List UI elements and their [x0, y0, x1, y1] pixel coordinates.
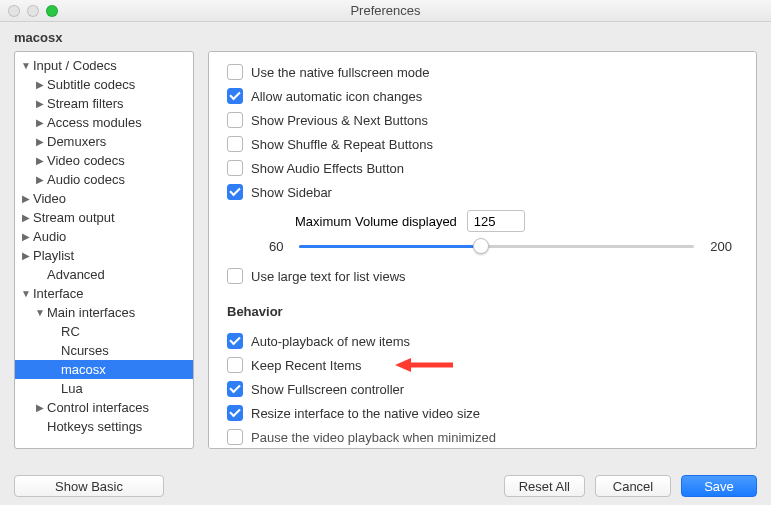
tree-item-label: Audio: [31, 229, 66, 244]
footer: Show Basic Reset All Cancel Save: [0, 467, 771, 505]
titlebar: Preferences: [0, 0, 771, 22]
chevron-right-icon: ▶: [21, 232, 31, 242]
tree-item-video[interactable]: ▶Video: [15, 189, 193, 208]
tree-item-interface[interactable]: ▼Interface: [15, 284, 193, 303]
setting-row: Pause the video playback when minimized: [227, 425, 738, 449]
tree-item-audio-codecs[interactable]: ▶Audio codecs: [15, 170, 193, 189]
volume-slider[interactable]: [299, 236, 694, 256]
tree-item-input-codecs[interactable]: ▼Input / Codecs: [15, 56, 193, 75]
setting-row: Show Fullscreen controller: [227, 377, 738, 401]
tree-item-audio[interactable]: ▶Audio: [15, 227, 193, 246]
tree-item-label: Subtitle codecs: [45, 77, 135, 92]
tree-item-rc[interactable]: RC: [15, 322, 193, 341]
setting-row: Auto-playback of new items: [227, 329, 738, 353]
tree-item-label: Audio codecs: [45, 172, 125, 187]
chevron-down-icon: ▼: [35, 308, 45, 318]
setting-label: Show Audio Effects Button: [251, 161, 404, 176]
chevron-down-icon: ▼: [21, 61, 31, 71]
setting-label: Auto-playback of new items: [251, 334, 410, 349]
tree-item-macosx[interactable]: macosx: [15, 360, 193, 379]
behavior-opt-2-checkbox[interactable]: [227, 381, 243, 397]
display-opt-1-checkbox[interactable]: [227, 88, 243, 104]
tree-item-control-interfaces[interactable]: ▶Control interfaces: [15, 398, 193, 417]
window-controls: [8, 5, 58, 17]
display-opt-4-checkbox[interactable]: [227, 160, 243, 176]
close-icon[interactable]: [8, 5, 20, 17]
chevron-right-icon: ▶: [35, 156, 45, 166]
chevron-right-icon: ▶: [35, 99, 45, 109]
tree-item-lua[interactable]: Lua: [15, 379, 193, 398]
preferences-tree[interactable]: ▼Input / Codecs▶Subtitle codecs▶Stream f…: [14, 51, 194, 449]
chevron-right-icon: ▶: [21, 194, 31, 204]
window-title: Preferences: [350, 3, 420, 18]
save-button[interactable]: Save: [681, 475, 757, 497]
tree-item-label: Stream filters: [45, 96, 124, 111]
behavior-opt-0-checkbox[interactable]: [227, 333, 243, 349]
chevron-down-icon: ▼: [21, 289, 31, 299]
tree-item-stream-output[interactable]: ▶Stream output: [15, 208, 193, 227]
reset-all-button[interactable]: Reset All: [504, 475, 585, 497]
chevron-right-icon: ▶: [35, 80, 45, 90]
chevron-right-icon: ▶: [35, 403, 45, 413]
setting-row: Allow automatic icon changes: [227, 84, 738, 108]
setting-row: Show Sidebar: [227, 180, 738, 204]
behavior-heading: Behavior: [227, 304, 738, 319]
display-opt-5-checkbox[interactable]: [227, 184, 243, 200]
minimize-icon[interactable]: [27, 5, 39, 17]
settings-panel[interactable]: Use the native fullscreen modeAllow auto…: [208, 51, 757, 449]
tree-item-advanced[interactable]: Advanced: [15, 265, 193, 284]
zoom-icon[interactable]: [46, 5, 58, 17]
breadcrumb: macosx: [0, 22, 771, 51]
tree-item-label: Demuxers: [45, 134, 106, 149]
tree-item-label: Lua: [59, 381, 83, 396]
display-opt-3-checkbox[interactable]: [227, 136, 243, 152]
setting-label: Show Fullscreen controller: [251, 382, 404, 397]
chevron-right-icon: ▶: [35, 175, 45, 185]
large-text-checkbox[interactable]: [227, 268, 243, 284]
show-basic-button[interactable]: Show Basic: [14, 475, 164, 497]
max-volume-input[interactable]: [467, 210, 525, 232]
tree-item-label: macosx: [59, 362, 106, 377]
setting-label: Use large text for list views: [251, 269, 406, 284]
setting-row: Use large text for list views: [227, 264, 738, 288]
tree-item-hotkeys-settings[interactable]: Hotkeys settings: [15, 417, 193, 436]
slider-max-label: 200: [704, 239, 738, 254]
tree-item-label: RC: [59, 324, 80, 339]
max-volume-label: Maximum Volume displayed: [295, 214, 457, 229]
volume-slider-row: 60200: [263, 236, 738, 256]
setting-label: Allow automatic icon changes: [251, 89, 422, 104]
tree-item-label: Main interfaces: [45, 305, 135, 320]
tree-item-label: Control interfaces: [45, 400, 149, 415]
chevron-right-icon: ▶: [21, 251, 31, 261]
chevron-right-icon: ▶: [35, 118, 45, 128]
setting-label: Pause the video playback when minimized: [251, 430, 496, 445]
cancel-button[interactable]: Cancel: [595, 475, 671, 497]
tree-item-label: Access modules: [45, 115, 142, 130]
behavior-opt-1-checkbox[interactable]: [227, 357, 243, 373]
tree-item-video-codecs[interactable]: ▶Video codecs: [15, 151, 193, 170]
tree-item-main-interfaces[interactable]: ▼Main interfaces: [15, 303, 193, 322]
max-volume-row: Maximum Volume displayed: [227, 210, 738, 232]
display-opt-2-checkbox[interactable]: [227, 112, 243, 128]
tree-item-ncurses[interactable]: Ncurses: [15, 341, 193, 360]
slider-thumb-icon[interactable]: [473, 238, 489, 254]
setting-label: Show Sidebar: [251, 185, 332, 200]
tree-item-label: Video codecs: [45, 153, 125, 168]
chevron-right-icon: ▶: [21, 213, 31, 223]
tree-item-playlist[interactable]: ▶Playlist: [15, 246, 193, 265]
tree-item-label: Hotkeys settings: [45, 419, 142, 434]
setting-row: Resize interface to the native video siz…: [227, 401, 738, 425]
tree-item-subtitle-codecs[interactable]: ▶Subtitle codecs: [15, 75, 193, 94]
setting-row: Use the native fullscreen mode: [227, 60, 738, 84]
setting-row: Show Previous & Next Buttons: [227, 108, 738, 132]
setting-row: Show Audio Effects Button: [227, 156, 738, 180]
behavior-opt-3-checkbox[interactable]: [227, 405, 243, 421]
tree-item-label: Interface: [31, 286, 84, 301]
tree-item-label: Input / Codecs: [31, 58, 117, 73]
tree-item-access-modules[interactable]: ▶Access modules: [15, 113, 193, 132]
tree-item-demuxers[interactable]: ▶Demuxers: [15, 132, 193, 151]
tree-item-stream-filters[interactable]: ▶Stream filters: [15, 94, 193, 113]
display-opt-0-checkbox[interactable]: [227, 64, 243, 80]
setting-row: Show Shuffle & Repeat Buttons: [227, 132, 738, 156]
behavior-opt-4-checkbox[interactable]: [227, 429, 243, 445]
